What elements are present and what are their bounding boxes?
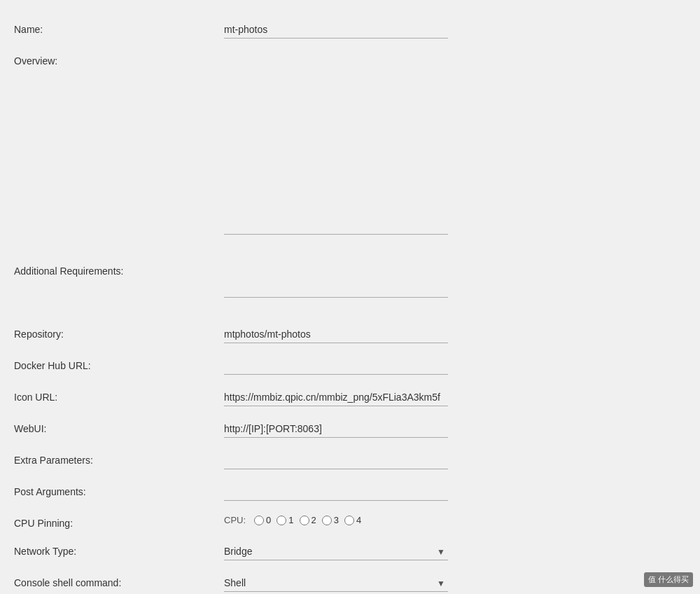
- cpu-number-3: 3: [334, 515, 339, 525]
- additional-requirements-row: Additional Requirements:: [0, 256, 700, 319]
- network-type-field: Bridge Host None Custom ▼: [224, 543, 448, 560]
- cpu-option-4: 4: [344, 515, 361, 525]
- cpu-number-1: 1: [288, 515, 293, 525]
- cpu-option-3: 3: [322, 515, 339, 525]
- overview-label: Overview:: [14, 53, 224, 67]
- docker-hub-field: [224, 357, 448, 375]
- network-type-select-wrapper: Bridge Host None Custom ▼: [224, 543, 448, 560]
- additional-requirements-textarea[interactable]: [224, 263, 448, 298]
- cpu-radio-1[interactable]: [276, 516, 286, 525]
- cpu-radio-2[interactable]: [300, 516, 309, 525]
- repository-label: Repository:: [14, 326, 224, 340]
- name-label: Name:: [14, 21, 224, 35]
- post-args-field: [224, 483, 448, 501]
- console-shell-select-wrapper: Shell bash sh zsh ▼: [224, 574, 448, 592]
- overview-textarea[interactable]: [224, 53, 448, 235]
- form-container: Name: Overview: Additional Requirements:…: [0, 0, 700, 594]
- post-args-input[interactable]: [224, 483, 448, 501]
- additional-requirements-label: Additional Requirements:: [14, 263, 224, 277]
- name-row: Name:: [0, 14, 700, 46]
- post-args-label: Post Arguments:: [14, 483, 224, 497]
- webui-field: [224, 420, 448, 438]
- cpu-pinning-row: CPU Pinning: CPU: 0 1 2 3 4: [0, 508, 700, 536]
- extra-params-row: Extra Parameters:: [0, 445, 700, 476]
- network-type-label: Network Type:: [14, 543, 224, 557]
- extra-params-label: Extra Parameters:: [14, 452, 224, 466]
- docker-hub-row: Docker Hub URL:: [0, 350, 700, 382]
- additional-requirements-field: [224, 263, 448, 312]
- icon-url-field: [224, 389, 448, 406]
- docker-hub-label: Docker Hub URL:: [14, 357, 224, 371]
- name-field: [224, 21, 448, 39]
- post-args-row: Post Arguments:: [0, 476, 700, 508]
- icon-url-input[interactable]: [224, 389, 448, 406]
- console-shell-field: Shell bash sh zsh ▼: [224, 574, 448, 592]
- overview-field: [224, 53, 448, 249]
- cpu-pinning-label: CPU Pinning:: [14, 515, 224, 529]
- console-shell-label: Console shell command:: [14, 574, 224, 588]
- name-input[interactable]: [224, 21, 448, 39]
- extra-params-input[interactable]: [224, 452, 448, 469]
- cpu-number-0: 0: [266, 515, 271, 525]
- repository-row: Repository:: [0, 319, 700, 350]
- network-type-select[interactable]: Bridge Host None Custom: [224, 543, 448, 560]
- webui-input[interactable]: [224, 420, 448, 438]
- docker-hub-input[interactable]: [224, 357, 448, 375]
- icon-url-row: Icon URL:: [0, 382, 700, 413]
- console-shell-select[interactable]: Shell bash sh zsh: [224, 574, 448, 592]
- network-type-row: Network Type: Bridge Host None Custom ▼: [0, 536, 700, 567]
- cpu-label: CPU:: [224, 515, 246, 525]
- webui-row: WebUI:: [0, 413, 700, 445]
- cpu-number-2: 2: [312, 515, 316, 525]
- cpu-number-4: 4: [356, 515, 361, 525]
- extra-params-field: [224, 452, 448, 469]
- watermark: 值 什么得买: [644, 572, 693, 587]
- icon-url-label: Icon URL:: [14, 389, 224, 403]
- cpu-radio-0[interactable]: [254, 516, 264, 525]
- cpu-pinning-field: CPU: 0 1 2 3 4: [224, 515, 448, 525]
- repository-input[interactable]: [224, 326, 448, 343]
- repository-field: [224, 326, 448, 343]
- cpu-option-2: 2: [300, 515, 316, 525]
- webui-label: WebUI:: [14, 420, 224, 434]
- cpu-option-0: 0: [254, 515, 271, 525]
- console-shell-row: Console shell command: Shell bash sh zsh…: [0, 567, 700, 594]
- cpu-radio-4[interactable]: [344, 516, 354, 525]
- cpu-radio-3[interactable]: [322, 516, 332, 525]
- cpu-option-1: 1: [276, 515, 293, 525]
- overview-row: Overview:: [0, 46, 700, 256]
